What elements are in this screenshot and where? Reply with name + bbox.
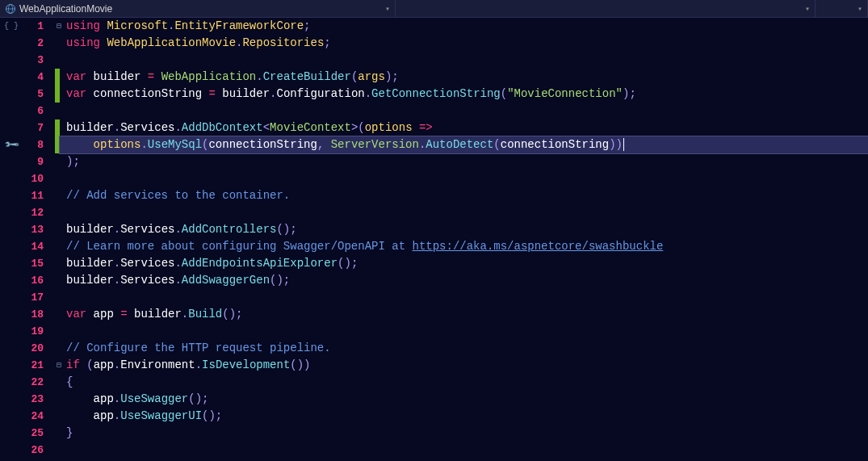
- line-number: 23: [23, 391, 44, 408]
- code-line[interactable]: var app = builder.Build();: [60, 306, 868, 323]
- type-dropdown[interactable]: ▾: [396, 0, 816, 17]
- code-line[interactable]: using WebApplicationMovie.Repositories;: [60, 35, 868, 52]
- line-number: 9: [23, 153, 44, 170]
- line-number: 6: [23, 103, 44, 119]
- code-line[interactable]: // Configure the HTTP request pipeline.: [60, 340, 868, 357]
- dropdown-arrow-icon: ▾: [805, 4, 810, 14]
- code-line[interactable]: // Learn more about configuring Swagger/…: [60, 238, 868, 255]
- margin-glyph: [0, 52, 23, 69]
- line-number: 8: [23, 136, 44, 153]
- code-line[interactable]: }: [60, 425, 868, 442]
- code-link[interactable]: https://aka.ms/aspnetcore/swashbuckle: [412, 240, 663, 253]
- line-number: 21: [23, 357, 44, 374]
- globe-icon: [5, 3, 16, 15]
- code-line[interactable]: [60, 289, 868, 306]
- line-number: 7: [23, 119, 44, 136]
- code-line[interactable]: builder.Services.AddDbContext<MovieConte…: [60, 119, 868, 136]
- code-line[interactable]: app.UseSwagger();: [60, 391, 868, 408]
- margin-glyph: [0, 69, 23, 86]
- margin-glyph: [0, 204, 23, 221]
- code-line[interactable]: app.UseSwaggerUI();: [60, 408, 868, 425]
- project-name-label: WebApplicationMovie: [19, 3, 382, 15]
- margin-glyph: [0, 374, 23, 391]
- line-number: 4: [23, 69, 44, 86]
- code-line[interactable]: [60, 103, 868, 119]
- margin-glyph: [0, 357, 23, 374]
- line-number: 15: [23, 255, 44, 272]
- code-line[interactable]: options.UseMySql(connectionString, Serve…: [60, 136, 868, 153]
- line-number: 10: [23, 170, 44, 187]
- code-line[interactable]: [60, 204, 868, 221]
- line-number: 26: [23, 442, 44, 459]
- line-number: 5: [23, 86, 44, 103]
- margin-glyph: [0, 35, 23, 52]
- margin-glyph: [0, 221, 23, 238]
- line-number: 25: [23, 425, 44, 442]
- line-number: 20: [23, 340, 44, 357]
- margin-glyph: [0, 391, 23, 408]
- line-number: 16: [23, 272, 44, 289]
- code-line[interactable]: ⊟if (app.Environment.IsDevelopment()): [60, 357, 868, 374]
- line-number: 2: [23, 35, 44, 52]
- text-cursor: [623, 138, 624, 151]
- code-line[interactable]: builder.Services.AddSwaggerGen();: [60, 272, 868, 289]
- line-number: 13: [23, 221, 44, 238]
- fold-minus-icon[interactable]: ⊟: [57, 357, 61, 374]
- member-dropdown[interactable]: ▾: [816, 0, 868, 17]
- line-number: 1: [23, 18, 44, 35]
- code-line[interactable]: [60, 323, 868, 340]
- margin-glyph: [0, 272, 23, 289]
- line-number: 12: [23, 204, 44, 221]
- line-number: 14: [23, 238, 44, 255]
- code-editor[interactable]: ⊟using Microsoft.EntityFrameworkCore;usi…: [60, 18, 868, 461]
- margin-glyph: [0, 103, 23, 119]
- line-number: 24: [23, 408, 44, 425]
- margin-glyph: [0, 340, 23, 357]
- line-number: 3: [23, 52, 44, 69]
- margin-glyph: { }: [0, 18, 23, 35]
- code-line[interactable]: // Add services to the container.: [60, 187, 868, 204]
- glyph-margin: { }🔧: [0, 18, 23, 461]
- code-line[interactable]: ⊟using Microsoft.EntityFrameworkCore;: [60, 18, 868, 35]
- margin-glyph: [0, 238, 23, 255]
- code-line[interactable]: [60, 442, 868, 459]
- margin-glyph: [0, 306, 23, 323]
- editor-container: { }🔧 12345678910111213141516171819202122…: [0, 18, 868, 461]
- margin-glyph: [0, 86, 23, 103]
- margin-glyph: [0, 442, 23, 459]
- collapse-icon[interactable]: { }: [4, 22, 19, 31]
- margin-glyph: [0, 408, 23, 425]
- margin-glyph: [0, 119, 23, 136]
- line-number: 11: [23, 187, 44, 204]
- code-line[interactable]: var connectionString = builder.Configura…: [60, 86, 868, 103]
- line-number-gutter[interactable]: 1234567891011121314151617181920212223242…: [23, 18, 55, 461]
- code-line[interactable]: [60, 52, 868, 69]
- line-number: 17: [23, 289, 44, 306]
- screwdriver-icon[interactable]: 🔧: [2, 136, 19, 153]
- code-line[interactable]: builder.Services.AddControllers();: [60, 221, 868, 238]
- line-number: 19: [23, 323, 44, 340]
- margin-glyph: [0, 255, 23, 272]
- code-line[interactable]: builder.Services.AddEndpointsApiExplorer…: [60, 255, 868, 272]
- code-line[interactable]: var builder = WebApplication.CreateBuild…: [60, 69, 868, 86]
- navigation-bar: WebApplicationMovie ▾ ▾ ▾: [0, 0, 868, 18]
- dropdown-arrow-icon: ▾: [858, 4, 862, 14]
- line-number: 22: [23, 374, 44, 391]
- margin-glyph: [0, 289, 23, 306]
- margin-glyph: [0, 170, 23, 187]
- dropdown-arrow-icon: ▾: [385, 4, 390, 14]
- code-line[interactable]: [60, 170, 868, 187]
- fold-minus-icon[interactable]: ⊟: [57, 18, 61, 35]
- margin-glyph: 🔧: [0, 136, 23, 153]
- margin-glyph: [0, 153, 23, 170]
- project-dropdown[interactable]: WebApplicationMovie ▾: [0, 0, 396, 17]
- code-line[interactable]: );: [60, 153, 868, 170]
- code-line[interactable]: {: [60, 374, 868, 391]
- margin-glyph: [0, 323, 23, 340]
- line-number: 18: [23, 306, 44, 323]
- margin-glyph: [0, 425, 23, 442]
- margin-glyph: [0, 187, 23, 204]
